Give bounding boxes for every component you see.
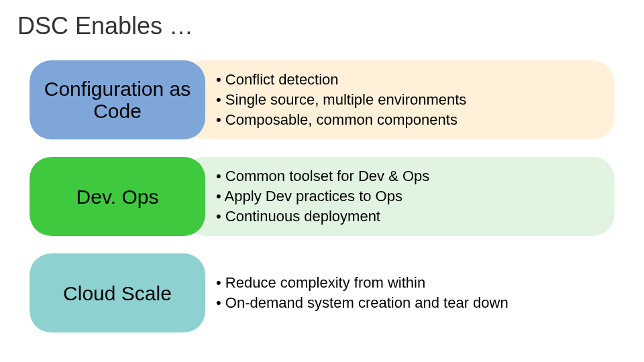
feature-rows: Configuration as Code Conflict detection… bbox=[13, 60, 631, 333]
row-label: Configuration as Code bbox=[30, 60, 205, 139]
row-label: Dev. Ops bbox=[30, 157, 205, 236]
row-cloud-scale: Cloud Scale Reduce complexity from withi… bbox=[30, 253, 614, 333]
row-dev-ops: Dev. Ops Common toolset for Dev & Ops Ap… bbox=[30, 157, 614, 236]
bullet: Reduce complexity from within bbox=[216, 273, 614, 293]
bullet: Single source, multiple environments bbox=[216, 90, 614, 110]
slide: DSC Enables … Configuration as Code Conf… bbox=[0, 0, 644, 362]
bullet: Common toolset for Dev & Ops bbox=[216, 166, 614, 186]
slide-title: DSC Enables … bbox=[17, 12, 631, 40]
bullet: Continuous deployment bbox=[216, 206, 614, 227]
row-label: Cloud Scale bbox=[30, 253, 205, 333]
row-bullets: Reduce complexity from within On-demand … bbox=[184, 253, 614, 333]
bullet: On-demand system creation and tear down bbox=[216, 293, 614, 313]
bullet: Apply Dev practices to Ops bbox=[216, 186, 614, 206]
row-bullets: Common toolset for Dev & Ops Apply Dev p… bbox=[184, 157, 614, 236]
bullet: Composable, common components bbox=[216, 110, 614, 130]
bullet: Conflict detection bbox=[216, 70, 614, 90]
row-bullets: Conflict detection Single source, multip… bbox=[184, 60, 614, 139]
row-configuration-as-code: Configuration as Code Conflict detection… bbox=[30, 60, 614, 139]
